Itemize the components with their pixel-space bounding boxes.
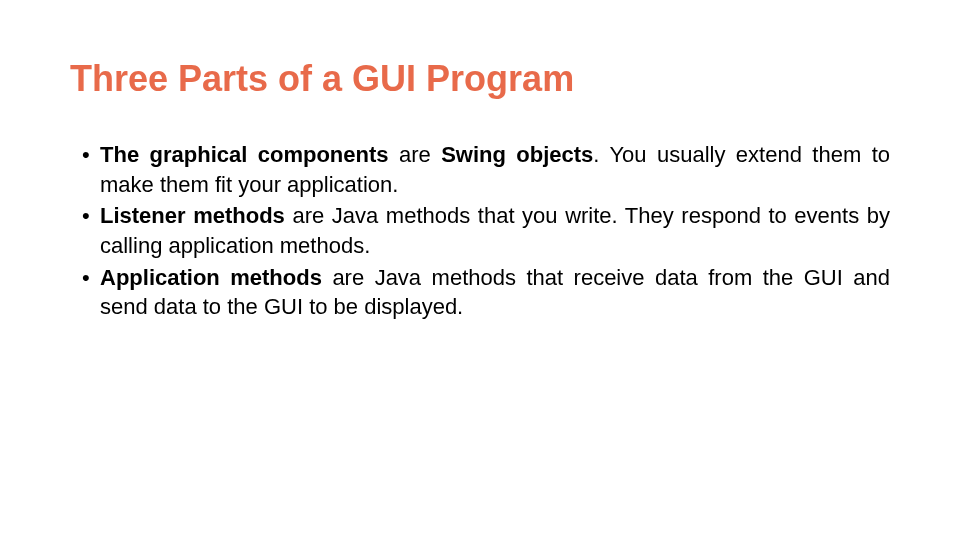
bullet-bold: Swing objects xyxy=(441,142,593,167)
bullet-text: are xyxy=(389,142,442,167)
bullet-bold: Application methods xyxy=(100,265,322,290)
list-item: Listener methods are Java methods that y… xyxy=(82,201,890,260)
bullet-list: The graphical components are Swing objec… xyxy=(70,140,890,322)
slide-title: Three Parts of a GUI Program xyxy=(70,58,890,100)
bullet-bold: The graphical components xyxy=(100,142,389,167)
bullet-bold: Listener methods xyxy=(100,203,285,228)
list-item: The graphical components are Swing objec… xyxy=(82,140,890,199)
list-item: Application methods are Java methods tha… xyxy=(82,263,890,322)
